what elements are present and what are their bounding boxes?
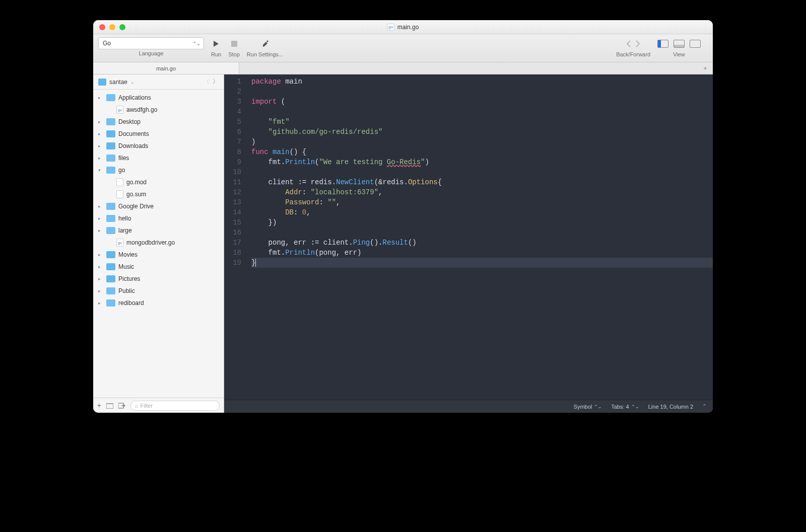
tree-item[interactable]: ▸Music <box>93 261 224 273</box>
tree-item[interactable]: ▸Applications <box>93 92 224 104</box>
disclosure-icon[interactable]: ▸ <box>98 95 103 100</box>
line-number: 13 <box>224 197 241 207</box>
tree-item[interactable]: gomongodbdriver.go <box>93 237 224 249</box>
crumb-back-button[interactable]: 〈 <box>204 78 210 86</box>
view-sidebar-button[interactable] <box>657 40 668 48</box>
minimize-window-button[interactable] <box>109 24 115 30</box>
code-line[interactable]: func main() { <box>251 147 713 157</box>
app-window: go main.go Go ⌃⌄ Language Run <box>93 20 713 413</box>
code-editor[interactable]: 12345678910111213141516171819 package ma… <box>224 74 713 400</box>
zoom-window-button[interactable] <box>119 24 125 30</box>
code-line[interactable]: ) <box>251 137 713 147</box>
tree-item[interactable]: ▸files <box>93 152 224 164</box>
crumb-forward-button[interactable]: 〉 <box>213 78 219 86</box>
folder-icon <box>106 118 115 125</box>
disclosure-icon[interactable]: ▸ <box>98 276 103 281</box>
file-tab[interactable]: main.go <box>93 62 239 74</box>
code-line[interactable]: client := redis.NewClient(&redis.Options… <box>251 177 713 187</box>
disclosure-icon[interactable]: ▸ <box>98 143 103 148</box>
code-line[interactable]: DB: 0, <box>251 207 713 217</box>
code-line[interactable] <box>251 227 713 238</box>
system-folder-icon <box>106 251 115 258</box>
code-line[interactable]: "github.com/go-redis/redis" <box>251 127 713 137</box>
titlebar: go main.go <box>93 20 713 34</box>
tree-item[interactable]: ▸Pictures <box>93 273 224 285</box>
disclosure-icon[interactable]: ▸ <box>98 264 103 269</box>
language-select[interactable]: Go ⌃⌄ <box>98 37 204 49</box>
view-bottom-button[interactable] <box>674 40 685 48</box>
tabs-setting[interactable]: Tabs: 4 ⌃⌄ <box>611 404 639 410</box>
chevron-updown-icon: ⌃⌄ <box>631 404 639 409</box>
symbol-picker[interactable]: Symbol ⌃⌄ <box>574 404 602 410</box>
disclosure-icon[interactable]: ▸ <box>98 204 103 209</box>
disclosure-icon[interactable]: ▸ <box>98 119 103 124</box>
back-button[interactable] <box>626 40 632 47</box>
tree-item[interactable]: ▸Desktop <box>93 116 224 128</box>
code-line[interactable]: fmt.Println("We are testing Go-Redis") <box>251 157 713 167</box>
editor-area: 12345678910111213141516171819 package ma… <box>224 74 713 413</box>
stop-group: Stop <box>228 37 240 57</box>
close-window-button[interactable] <box>99 24 105 30</box>
nav-label: Back/Forward <box>616 51 650 57</box>
filter-input[interactable]: ⌕ Filter <box>130 401 220 411</box>
code-content[interactable]: package mainimport ( "fmt" "github.com/g… <box>246 74 713 400</box>
chevron-down-icon[interactable]: ⌄ <box>130 80 135 85</box>
run-settings-button[interactable] <box>261 40 268 48</box>
tree-item[interactable]: ▸rediboard <box>93 297 224 309</box>
tree-item[interactable]: ▸hello <box>93 212 224 224</box>
disclosure-icon[interactable]: ▾ <box>98 168 103 173</box>
breadcrumb: santae ⌄ 〈 〉 <box>93 74 224 90</box>
disclosure-icon[interactable]: ▸ <box>98 216 103 221</box>
tree-item[interactable]: ▸Documents <box>93 128 224 140</box>
folder-icon <box>106 215 115 222</box>
tree-item[interactable]: goawsdfgh.go <box>93 104 224 116</box>
filter-icon: ⌕ <box>135 403 139 409</box>
window-title: go main.go <box>387 24 419 31</box>
disclosure-icon[interactable]: ▸ <box>98 131 103 136</box>
tree-item[interactable]: ▾go <box>93 164 224 176</box>
code-line[interactable]: package main <box>251 77 713 87</box>
expand-status-button[interactable]: ⌃ <box>702 403 707 410</box>
cursor-position[interactable]: Line 19, Column 2 <box>648 404 693 410</box>
code-line[interactable]: pong, err := client.Ping().Result() <box>251 238 713 248</box>
tree-item[interactable]: ▸Movies <box>93 249 224 261</box>
code-line[interactable]: Addr: "localhost:6379", <box>251 187 713 197</box>
code-line[interactable]: }) <box>251 217 713 227</box>
run-button[interactable] <box>212 40 220 48</box>
action-button[interactable] <box>118 403 125 409</box>
disclosure-icon[interactable]: ▸ <box>98 300 103 306</box>
code-line[interactable] <box>251 167 713 177</box>
tree-item[interactable]: ▸large <box>93 224 224 237</box>
line-number: 6 <box>224 127 241 137</box>
file-tree: ▸Applicationsgoawsdfgh.go▸Desktop▸Docume… <box>93 90 224 398</box>
breadcrumb-root[interactable]: santae <box>109 79 127 86</box>
tree-item[interactable]: ▸Public <box>93 285 224 297</box>
run-settings-label: Run Settings... <box>247 51 283 57</box>
tree-item[interactable]: go.sum <box>93 188 224 200</box>
disclosure-icon[interactable]: ▸ <box>98 156 103 161</box>
disclosure-icon[interactable]: ▸ <box>98 252 103 257</box>
add-file-button[interactable]: + <box>97 402 101 409</box>
code-line[interactable]: import ( <box>251 97 713 107</box>
line-number: 2 <box>224 87 241 97</box>
view-plain-button[interactable] <box>690 40 701 48</box>
code-line[interactable]: "fmt" <box>251 117 713 127</box>
svg-rect-1 <box>106 404 113 409</box>
tree-item-label: mongodbdriver.go <box>126 239 175 246</box>
tree-item[interactable]: ▸Google Drive <box>93 200 224 212</box>
disclosure-icon[interactable]: ▸ <box>98 288 103 293</box>
code-line[interactable]: fmt.Println(pong, err) <box>251 248 713 258</box>
forward-button[interactable] <box>635 40 641 47</box>
code-line[interactable]: } <box>251 258 713 268</box>
new-folder-button[interactable] <box>106 403 113 409</box>
code-line[interactable]: Password: "", <box>251 197 713 207</box>
line-number: 1 <box>224 77 241 87</box>
code-line[interactable] <box>251 107 713 117</box>
tree-item-label: Downloads <box>118 142 148 149</box>
disclosure-icon[interactable]: ▸ <box>98 228 103 233</box>
line-number: 17 <box>224 238 241 248</box>
tree-item[interactable]: ▸Downloads <box>93 140 224 152</box>
code-line[interactable] <box>251 87 713 97</box>
tree-item[interactable]: go.mod <box>93 176 224 188</box>
add-tab-button[interactable]: + <box>698 62 713 74</box>
